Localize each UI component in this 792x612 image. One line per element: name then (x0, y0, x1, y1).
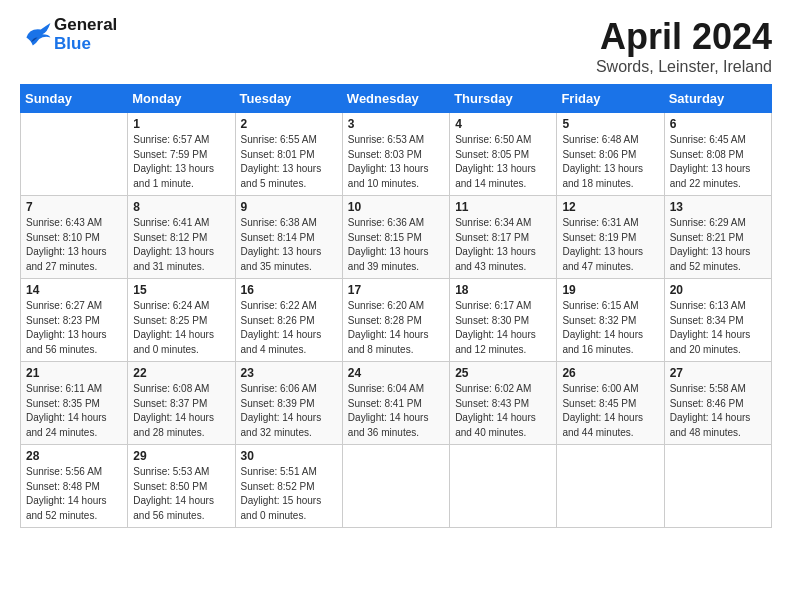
day-info: Sunrise: 6:50 AMSunset: 8:05 PMDaylight:… (455, 133, 551, 191)
calendar-week-row: 1Sunrise: 6:57 AMSunset: 7:59 PMDaylight… (21, 113, 772, 196)
day-info: Sunrise: 6:20 AMSunset: 8:28 PMDaylight:… (348, 299, 444, 357)
day-info: Sunrise: 6:08 AMSunset: 8:37 PMDaylight:… (133, 382, 229, 440)
day-number: 1 (133, 117, 229, 131)
calendar-cell: 5Sunrise: 6:48 AMSunset: 8:06 PMDaylight… (557, 113, 664, 196)
weekday-header: Friday (557, 85, 664, 113)
calendar-cell: 6Sunrise: 6:45 AMSunset: 8:08 PMDaylight… (664, 113, 771, 196)
day-info: Sunrise: 6:24 AMSunset: 8:25 PMDaylight:… (133, 299, 229, 357)
calendar-cell: 26Sunrise: 6:00 AMSunset: 8:45 PMDayligh… (557, 362, 664, 445)
day-number: 26 (562, 366, 658, 380)
day-number: 13 (670, 200, 766, 214)
calendar-cell: 10Sunrise: 6:36 AMSunset: 8:15 PMDayligh… (342, 196, 449, 279)
calendar-cell: 17Sunrise: 6:20 AMSunset: 8:28 PMDayligh… (342, 279, 449, 362)
day-number: 14 (26, 283, 122, 297)
calendar-cell: 4Sunrise: 6:50 AMSunset: 8:05 PMDaylight… (450, 113, 557, 196)
day-number: 23 (241, 366, 337, 380)
day-number: 15 (133, 283, 229, 297)
day-number: 25 (455, 366, 551, 380)
calendar-cell: 15Sunrise: 6:24 AMSunset: 8:25 PMDayligh… (128, 279, 235, 362)
day-info: Sunrise: 6:04 AMSunset: 8:41 PMDaylight:… (348, 382, 444, 440)
day-number: 10 (348, 200, 444, 214)
day-number: 12 (562, 200, 658, 214)
calendar-cell: 1Sunrise: 6:57 AMSunset: 7:59 PMDaylight… (128, 113, 235, 196)
day-info: Sunrise: 6:34 AMSunset: 8:17 PMDaylight:… (455, 216, 551, 274)
day-number: 2 (241, 117, 337, 131)
calendar-cell: 22Sunrise: 6:08 AMSunset: 8:37 PMDayligh… (128, 362, 235, 445)
calendar-cell: 30Sunrise: 5:51 AMSunset: 8:52 PMDayligh… (235, 445, 342, 528)
calendar-week-row: 21Sunrise: 6:11 AMSunset: 8:35 PMDayligh… (21, 362, 772, 445)
day-number: 17 (348, 283, 444, 297)
day-info: Sunrise: 6:48 AMSunset: 8:06 PMDaylight:… (562, 133, 658, 191)
calendar-cell (450, 445, 557, 528)
calendar-cell: 27Sunrise: 5:58 AMSunset: 8:46 PMDayligh… (664, 362, 771, 445)
calendar-cell (21, 113, 128, 196)
weekday-header: Sunday (21, 85, 128, 113)
calendar-week-row: 28Sunrise: 5:56 AMSunset: 8:48 PMDayligh… (21, 445, 772, 528)
day-number: 27 (670, 366, 766, 380)
day-info: Sunrise: 6:15 AMSunset: 8:32 PMDaylight:… (562, 299, 658, 357)
calendar-cell: 13Sunrise: 6:29 AMSunset: 8:21 PMDayligh… (664, 196, 771, 279)
day-info: Sunrise: 6:43 AMSunset: 8:10 PMDaylight:… (26, 216, 122, 274)
day-info: Sunrise: 6:31 AMSunset: 8:19 PMDaylight:… (562, 216, 658, 274)
calendar-header-row: SundayMondayTuesdayWednesdayThursdayFrid… (21, 85, 772, 113)
weekday-header: Tuesday (235, 85, 342, 113)
day-number: 19 (562, 283, 658, 297)
day-number: 11 (455, 200, 551, 214)
calendar-cell: 12Sunrise: 6:31 AMSunset: 8:19 PMDayligh… (557, 196, 664, 279)
calendar-cell: 24Sunrise: 6:04 AMSunset: 8:41 PMDayligh… (342, 362, 449, 445)
calendar-cell: 19Sunrise: 6:15 AMSunset: 8:32 PMDayligh… (557, 279, 664, 362)
weekday-header: Saturday (664, 85, 771, 113)
day-info: Sunrise: 6:17 AMSunset: 8:30 PMDaylight:… (455, 299, 551, 357)
day-info: Sunrise: 6:22 AMSunset: 8:26 PMDaylight:… (241, 299, 337, 357)
calendar-cell: 7Sunrise: 6:43 AMSunset: 8:10 PMDaylight… (21, 196, 128, 279)
calendar-title: April 2024 (596, 16, 772, 58)
day-info: Sunrise: 6:00 AMSunset: 8:45 PMDaylight:… (562, 382, 658, 440)
day-info: Sunrise: 6:06 AMSunset: 8:39 PMDaylight:… (241, 382, 337, 440)
calendar-cell: 14Sunrise: 6:27 AMSunset: 8:23 PMDayligh… (21, 279, 128, 362)
calendar-cell: 21Sunrise: 6:11 AMSunset: 8:35 PMDayligh… (21, 362, 128, 445)
day-info: Sunrise: 5:51 AMSunset: 8:52 PMDaylight:… (241, 465, 337, 523)
day-number: 30 (241, 449, 337, 463)
weekday-header: Wednesday (342, 85, 449, 113)
day-info: Sunrise: 5:56 AMSunset: 8:48 PMDaylight:… (26, 465, 122, 523)
day-number: 4 (455, 117, 551, 131)
day-number: 18 (455, 283, 551, 297)
calendar-cell: 8Sunrise: 6:41 AMSunset: 8:12 PMDaylight… (128, 196, 235, 279)
day-info: Sunrise: 6:55 AMSunset: 8:01 PMDaylight:… (241, 133, 337, 191)
logo-line1: General (54, 16, 117, 35)
day-info: Sunrise: 6:27 AMSunset: 8:23 PMDaylight:… (26, 299, 122, 357)
day-number: 8 (133, 200, 229, 214)
day-number: 20 (670, 283, 766, 297)
calendar-cell: 28Sunrise: 5:56 AMSunset: 8:48 PMDayligh… (21, 445, 128, 528)
day-info: Sunrise: 5:53 AMSunset: 8:50 PMDaylight:… (133, 465, 229, 523)
day-info: Sunrise: 6:57 AMSunset: 7:59 PMDaylight:… (133, 133, 229, 191)
day-info: Sunrise: 5:58 AMSunset: 8:46 PMDaylight:… (670, 382, 766, 440)
day-info: Sunrise: 6:41 AMSunset: 8:12 PMDaylight:… (133, 216, 229, 274)
calendar-cell (342, 445, 449, 528)
calendar-cell: 25Sunrise: 6:02 AMSunset: 8:43 PMDayligh… (450, 362, 557, 445)
calendar-cell: 23Sunrise: 6:06 AMSunset: 8:39 PMDayligh… (235, 362, 342, 445)
calendar-week-row: 7Sunrise: 6:43 AMSunset: 8:10 PMDaylight… (21, 196, 772, 279)
day-number: 3 (348, 117, 444, 131)
logo-icon (20, 21, 52, 49)
day-number: 9 (241, 200, 337, 214)
day-info: Sunrise: 6:13 AMSunset: 8:34 PMDaylight:… (670, 299, 766, 357)
day-number: 6 (670, 117, 766, 131)
calendar-cell: 16Sunrise: 6:22 AMSunset: 8:26 PMDayligh… (235, 279, 342, 362)
day-info: Sunrise: 6:36 AMSunset: 8:15 PMDaylight:… (348, 216, 444, 274)
day-number: 7 (26, 200, 122, 214)
page-header: General Blue April 2024 Swords, Leinster… (20, 16, 772, 76)
day-number: 21 (26, 366, 122, 380)
day-info: Sunrise: 6:45 AMSunset: 8:08 PMDaylight:… (670, 133, 766, 191)
weekday-header: Thursday (450, 85, 557, 113)
day-number: 24 (348, 366, 444, 380)
day-info: Sunrise: 6:02 AMSunset: 8:43 PMDaylight:… (455, 382, 551, 440)
day-number: 22 (133, 366, 229, 380)
calendar-cell: 2Sunrise: 6:55 AMSunset: 8:01 PMDaylight… (235, 113, 342, 196)
calendar-cell (664, 445, 771, 528)
title-block: April 2024 Swords, Leinster, Ireland (596, 16, 772, 76)
calendar-cell: 3Sunrise: 6:53 AMSunset: 8:03 PMDaylight… (342, 113, 449, 196)
calendar-cell (557, 445, 664, 528)
day-info: Sunrise: 6:11 AMSunset: 8:35 PMDaylight:… (26, 382, 122, 440)
calendar-location: Swords, Leinster, Ireland (596, 58, 772, 76)
